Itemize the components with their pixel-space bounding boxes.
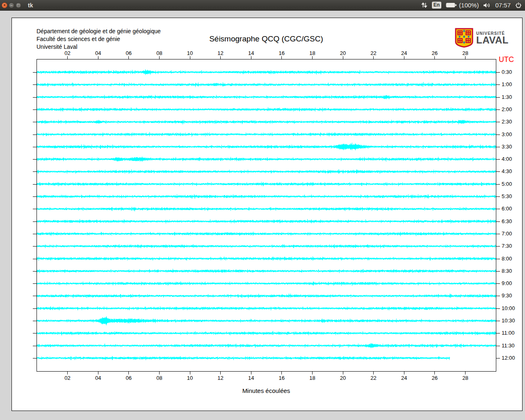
x-tick-bottom: [434, 372, 435, 374]
utc-time-label: 8:30: [502, 268, 512, 274]
utc-time-label: 0:30: [502, 69, 512, 75]
x-tick-top: [220, 56, 221, 59]
x-tick-bottom: [281, 372, 282, 374]
row-tick-right: [496, 72, 500, 73]
x-tick-label-bottom: 24: [398, 375, 410, 381]
row-tick-right: [496, 209, 500, 209]
row-tick-left: [33, 358, 37, 358]
x-tick-top: [404, 56, 404, 59]
x-tick-top: [343, 56, 343, 59]
x-tick-label-top: 24: [398, 50, 410, 56]
x-tick-label-top: 26: [429, 50, 441, 56]
row-tick-left: [33, 271, 37, 272]
x-tick-label-top: 14: [245, 50, 257, 56]
x-tick-label-bottom: 14: [245, 375, 257, 381]
x-tick-bottom: [67, 372, 68, 374]
window-controls: × – □: [2, 2, 21, 8]
row-tick-right: [496, 234, 500, 234]
row-tick-right: [496, 196, 500, 197]
utc-time-label: 4:30: [502, 169, 512, 174]
utc-axis-title: UTC: [499, 55, 514, 64]
x-axis-title: Minutes écoulées: [143, 387, 389, 394]
row-tick-right: [496, 259, 500, 259]
row-tick-right: [496, 135, 500, 135]
row-tick-left: [33, 110, 37, 110]
x-tick-bottom: [343, 372, 343, 374]
x-tick-bottom: [98, 372, 98, 374]
x-tick-label-bottom: 28: [459, 375, 471, 381]
x-tick-label-top: 06: [123, 50, 135, 56]
row-tick-left: [33, 196, 37, 197]
x-tick-label-bottom: 04: [92, 375, 104, 381]
row-tick-left: [33, 84, 37, 85]
utc-time-label: 12:00: [502, 355, 515, 361]
x-tick-top: [98, 56, 98, 59]
utc-time-label: 4:00: [502, 156, 512, 162]
x-tick-bottom: [128, 372, 129, 374]
row-tick-right: [496, 333, 500, 333]
utc-time-label: 10:30: [502, 318, 515, 324]
x-tick-top: [67, 56, 68, 59]
utc-time-label: 9:30: [502, 293, 512, 299]
utc-time-label: 10:00: [502, 306, 515, 311]
utc-time-label: 6:30: [502, 219, 512, 224]
keyboard-layout-indicator[interactable]: En: [432, 2, 441, 9]
x-tick-label-top: 18: [306, 50, 318, 56]
x-tick-label-bottom: 06: [123, 375, 135, 381]
close-icon[interactable]: ×: [2, 2, 7, 8]
clock[interactable]: 07:57: [495, 2, 511, 9]
row-tick-left: [33, 296, 37, 296]
utc-time-label: 5:30: [502, 194, 512, 199]
x-tick-bottom: [220, 372, 221, 374]
x-tick-label-top: 10: [184, 50, 196, 56]
x-tick-top: [465, 56, 466, 59]
x-tick-bottom: [159, 372, 160, 374]
row-tick-right: [496, 283, 500, 284]
row-tick-right: [496, 97, 500, 98]
utc-time-label: 3:00: [502, 132, 512, 137]
maximize-icon[interactable]: □: [16, 2, 21, 8]
utc-time-label: 9:00: [502, 281, 512, 286]
x-tick-label-top: 08: [153, 50, 165, 56]
x-tick-label-bottom: 18: [306, 375, 318, 381]
utc-time-label: 7:00: [502, 231, 512, 237]
speaker-icon[interactable]: [483, 2, 491, 8]
window-title: tk: [28, 2, 33, 9]
battery-icon[interactable]: [446, 2, 457, 8]
row-tick-left: [33, 159, 37, 160]
power-gear-icon[interactable]: [515, 2, 522, 9]
minimize-icon[interactable]: –: [9, 2, 14, 8]
battery-percentage[interactable]: (100%): [459, 2, 479, 9]
x-tick-top: [434, 56, 435, 59]
network-arrows-icon[interactable]: [421, 2, 427, 8]
x-tick-label-top: 02: [62, 50, 74, 56]
tk-application-window: Département de géologie et de génie géol…: [11, 18, 523, 411]
x-tick-label-bottom: 26: [429, 375, 441, 381]
row-tick-right: [496, 358, 500, 358]
x-tick-bottom: [251, 372, 251, 374]
x-tick-label-top: 04: [92, 50, 104, 56]
row-tick-right: [496, 159, 500, 160]
row-tick-right: [496, 122, 500, 122]
institution-line-1: Département de géologie et de génie géol…: [37, 27, 161, 35]
x-tick-label-top: 22: [368, 50, 380, 56]
utc-time-label: 11:00: [502, 330, 515, 336]
row-tick-right: [496, 321, 500, 321]
row-tick-right: [496, 84, 500, 85]
logo-text-laval: LAVAL: [476, 34, 509, 46]
row-tick-left: [33, 209, 37, 209]
x-tick-top: [128, 56, 129, 59]
row-tick-right: [496, 271, 500, 272]
row-tick-left: [33, 321, 37, 321]
seismogram-canvas: [37, 59, 496, 371]
x-tick-label-top: 28: [459, 50, 471, 56]
x-tick-top: [159, 56, 160, 59]
x-tick-label-top: 16: [276, 50, 288, 56]
row-tick-right: [496, 346, 500, 346]
utc-time-label: 5:00: [502, 181, 512, 187]
row-tick-right: [496, 110, 500, 110]
x-tick-top: [373, 56, 374, 59]
laval-crest-icon: [455, 28, 473, 49]
x-tick-top: [251, 56, 251, 59]
row-tick-left: [33, 135, 37, 135]
